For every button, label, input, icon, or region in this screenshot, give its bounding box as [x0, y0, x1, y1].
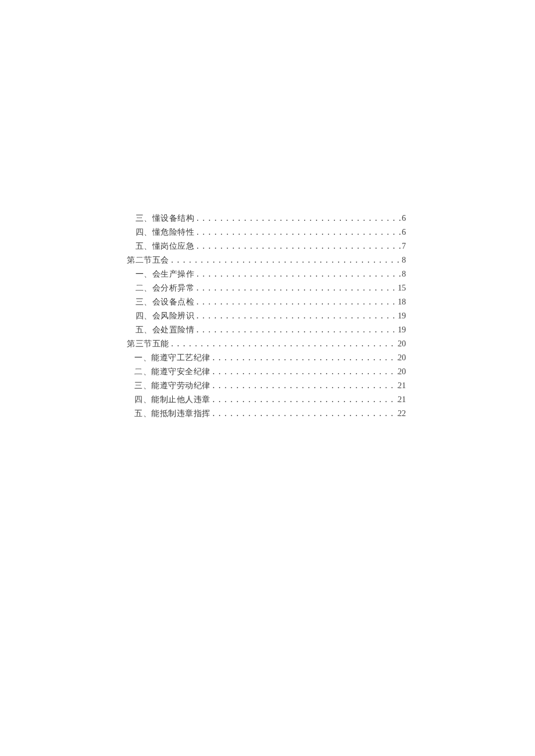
toc-page-number: 7	[402, 239, 406, 253]
toc-title: 三、能遵守劳动纪律	[134, 379, 211, 393]
toc-title: 一、会生产操作	[135, 267, 195, 281]
toc-leader-dots	[194, 225, 402, 239]
toc-title: 三、懂设备结构	[135, 212, 195, 225]
toc-page-number: 21	[398, 379, 406, 393]
toc-page-number: 22	[398, 407, 406, 421]
toc-title: 一、能遵守工艺纪律	[134, 351, 211, 365]
toc-entry: 三、能遵守劳动纪律 21	[127, 379, 406, 393]
toc-container: 三、懂设备结构 6 四、懂危险特性 6 五、懂岗位应急 7 第二节五会 8 一、…	[127, 212, 406, 421]
toc-title: 四、懂危险特性	[135, 225, 195, 239]
toc-entry: 四、懂危险特性 6	[127, 225, 406, 239]
toc-title: 五、会处置险情	[135, 323, 195, 337]
toc-page-number: 21	[398, 393, 406, 407]
toc-leader-dots	[211, 407, 398, 421]
toc-entry: 五、懂岗位应急 7	[127, 239, 406, 253]
toc-title: 四、会风险辨识	[135, 309, 195, 323]
toc-leader-dots	[211, 351, 398, 365]
toc-title: 二、能遵守安全纪律	[134, 365, 211, 379]
toc-page-number: 19	[398, 323, 406, 337]
toc-page-number: 15	[398, 281, 406, 295]
toc-leader-dots	[194, 309, 398, 323]
toc-entry: 二、会分析异常 15	[127, 281, 406, 295]
toc-leader-dots	[211, 365, 398, 379]
toc-page-number: 20	[398, 351, 406, 365]
toc-leader-dots	[194, 295, 398, 309]
toc-entry: 三、懂设备结构 6	[127, 212, 406, 225]
toc-title: 五、懂岗位应急	[135, 239, 195, 253]
toc-entry: 三、会设备点检 18	[127, 295, 406, 309]
toc-page-number: 20	[398, 365, 406, 379]
toc-entry: 四、会风险辨识 19	[127, 309, 406, 323]
toc-leader-dots	[211, 379, 398, 393]
toc-title: 五、能抵制违章指挥	[134, 407, 211, 421]
toc-entry: 第三节五能 20	[127, 337, 406, 351]
toc-leader-dots	[194, 212, 402, 225]
toc-entry: 二、能遵守安全纪律 20	[127, 365, 406, 379]
toc-entry: 一、能遵守工艺纪律 20	[127, 351, 406, 365]
toc-title: 四、能制止他人违章	[134, 393, 211, 407]
toc-page-number: 8	[402, 267, 406, 281]
toc-leader-dots	[169, 337, 398, 351]
toc-entry: 五、能抵制违章指挥 22	[127, 407, 406, 421]
toc-entry: 第二节五会 8	[127, 253, 406, 267]
toc-leader-dots	[194, 239, 402, 253]
toc-title: 三、会设备点检	[135, 295, 195, 309]
toc-page-number: 20	[398, 337, 406, 351]
toc-title: 二、会分析异常	[135, 281, 195, 295]
toc-page-number: 6	[402, 225, 406, 239]
toc-page-number: 19	[398, 309, 406, 323]
toc-leader-dots	[211, 393, 398, 407]
toc-entry: 一、会生产操作 8	[127, 267, 406, 281]
toc-title: 第三节五能	[127, 337, 169, 351]
toc-leader-dots	[194, 281, 398, 295]
toc-entry: 五、会处置险情 19	[127, 323, 406, 337]
toc-leader-dots	[194, 323, 398, 337]
toc-page-number: 8	[402, 253, 406, 267]
toc-leader-dots	[194, 267, 402, 281]
toc-leader-dots	[169, 253, 402, 267]
toc-title: 第二节五会	[127, 253, 169, 267]
toc-entry: 四、能制止他人违章 21	[127, 393, 406, 407]
toc-page-number: 18	[398, 295, 406, 309]
toc-page-number: 6	[402, 212, 406, 225]
